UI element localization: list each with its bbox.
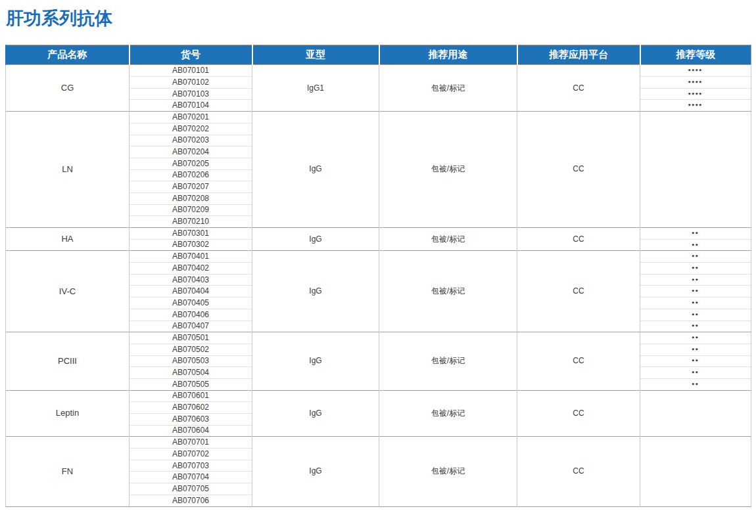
catalog-number-cell: AB070201 [130,112,252,123]
column-header-catalog-number: 货号 [130,45,252,65]
catalog-number-cell: AB070702 [130,449,252,460]
recommended-use-cell: 包被/标记 [379,437,517,506]
application-platform-cell: CC [517,251,640,332]
catalog-number-cell: AB070701 [130,437,252,449]
application-platform-cell: CC [517,65,640,112]
catalog-number-cell: AB070706 [130,495,252,506]
page-title: 肝功系列抗体 [6,8,751,29]
column-header-recommended-grade: 推荐等级 [640,45,751,65]
recommended-grade-cell: **** [640,88,751,100]
catalog-number-cell: AB070209 [130,204,252,216]
recommended-grade-cell: **** [640,100,751,112]
recommended-use-cell: 包被/标记 [379,251,517,332]
catalog-number-cell: AB070103 [130,88,252,100]
application-platform-cell: CC [517,112,640,228]
recommended-grade-cell: **** [640,77,751,89]
product-name-cell: CG [6,65,130,112]
table-header-row: 产品名称 货号 亚型 推荐用途 推荐应用平台 推荐等级 [6,45,751,65]
catalog-number-cell: AB070705 [130,483,252,495]
table-body: CGAB070101IgG1包被/标记CC****AB070102****AB0… [6,65,751,506]
recommended-use-cell: 包被/标记 [379,112,517,228]
subtype-cell: IgG [252,332,379,390]
catalog-number-cell: AB070205 [130,158,252,169]
subtype-cell: IgG [252,228,379,251]
catalog-number-cell: AB070202 [130,123,252,135]
catalog-number-cell: AB070404 [130,286,252,298]
recommended-grade-cell: ** [640,321,751,332]
page: 肝功系列抗体 产品名称 货号 亚型 推荐用途 推荐应用平台 推荐等级 CGAB0… [0,0,756,512]
table-row: PCIIIAB070501IgG包被/标记CC** [6,332,751,344]
recommended-grade-cell: ** [640,228,751,240]
product-name-cell: FN [6,437,130,506]
product-name-cell: IV-C [6,251,130,332]
catalog-number-cell: AB070501 [130,332,252,344]
recommended-use-cell: 包被/标记 [379,332,517,390]
product-name-cell: HA [6,228,130,251]
recommended-grade-cell: ** [640,274,751,286]
recommended-grade-cell: **** [640,65,751,77]
catalog-number-cell: AB070503 [130,355,252,367]
recommended-grade-cell: ** [640,298,751,309]
catalog-number-cell: AB070206 [130,169,252,181]
catalog-number-cell: AB070704 [130,472,252,483]
table-row: LNAB070201IgG包被/标记CC [6,112,751,123]
subtype-cell: IgG [252,437,379,506]
catalog-number-cell: AB070603 [130,414,252,426]
catalog-number-cell: AB070210 [130,216,252,228]
table-row: IV-CAB070401IgG包被/标记CC** [6,251,751,263]
catalog-number-cell: AB070203 [130,135,252,146]
subtype-cell: IgG [252,390,379,437]
recommended-grade-cell: ** [640,286,751,298]
catalog-number-cell: AB070504 [130,367,252,379]
recommended-grade-cell: ** [640,239,751,251]
application-platform-cell: CC [517,228,640,251]
catalog-number-cell: AB070204 [130,146,252,158]
subtype-cell: IgG [252,251,379,332]
catalog-number-cell: AB070405 [130,298,252,309]
recommended-grade-cell: ** [640,367,751,379]
recommended-use-cell: 包被/标记 [379,228,517,251]
column-header-application-platform: 推荐应用平台 [517,45,640,65]
catalog-number-cell: AB070601 [130,390,252,402]
product-name-cell: LN [6,112,130,228]
recommended-grade-cell [640,437,751,506]
catalog-number-cell: AB070101 [130,65,252,77]
recommended-grade-cell: ** [640,251,751,263]
catalog-number-cell: AB070208 [130,192,252,204]
catalog-number-cell: AB070402 [130,263,252,275]
catalog-number-cell: AB070401 [130,251,252,263]
catalog-number-cell: AB070403 [130,274,252,286]
subtype-cell: IgG1 [252,65,379,112]
catalog-number-cell: AB070602 [130,402,252,414]
catalog-number-cell: AB070407 [130,321,252,332]
catalog-number-cell: AB070104 [130,100,252,112]
recommended-grade-cell [640,112,751,228]
table-row: HAAB070301IgG包被/标记CC** [6,228,751,240]
recommended-grade-cell: ** [640,263,751,275]
catalog-number-cell: AB070207 [130,181,252,193]
recommended-grade-cell [640,390,751,437]
recommended-grade-cell: ** [640,355,751,367]
recommended-grade-cell: ** [640,332,751,344]
column-header-product-name: 产品名称 [6,45,130,65]
catalog-number-cell: AB070604 [130,425,252,437]
antibody-product-table: 产品名称 货号 亚型 推荐用途 推荐应用平台 推荐等级 CGAB070101Ig… [5,45,751,506]
recommended-grade-cell: ** [640,344,751,355]
column-header-recommended-use: 推荐用途 [379,45,517,65]
application-platform-cell: CC [517,332,640,390]
catalog-number-cell: AB070301 [130,228,252,240]
table-row: FNAB070701IgG包被/标记CC [6,437,751,449]
recommended-use-cell: 包被/标记 [379,65,517,112]
column-header-subtype: 亚型 [252,45,379,65]
subtype-cell: IgG [252,112,379,228]
recommended-use-cell: 包被/标记 [379,390,517,437]
application-platform-cell: CC [517,390,640,437]
table-row: LeptinAB070601IgG包被/标记CC [6,390,751,402]
table-header: 产品名称 货号 亚型 推荐用途 推荐应用平台 推荐等级 [6,45,751,65]
application-platform-cell: CC [517,437,640,506]
recommended-grade-cell: ** [640,378,751,390]
recommended-grade-cell: ** [640,309,751,321]
catalog-number-cell: AB070102 [130,77,252,89]
catalog-number-cell: AB070505 [130,378,252,390]
catalog-number-cell: AB070502 [130,344,252,355]
